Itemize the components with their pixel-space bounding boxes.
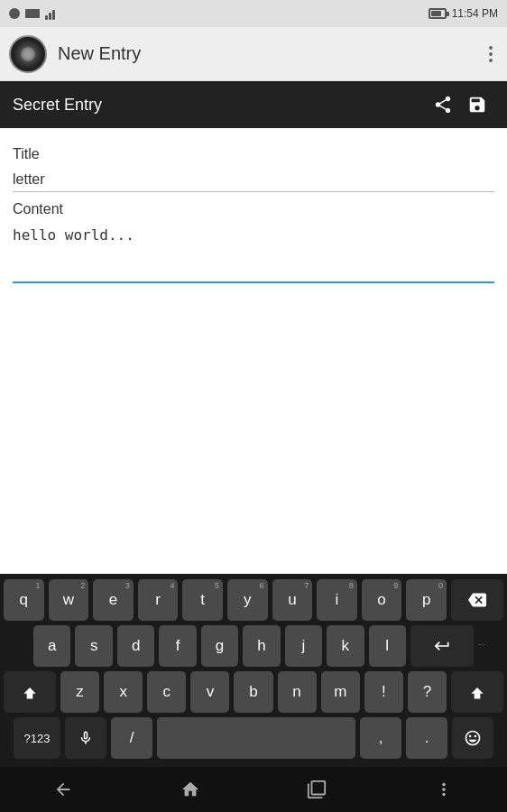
nav-back-icon [53, 780, 73, 799]
overflow-dot-1 [489, 46, 493, 50]
key-p[interactable]: 0p [406, 579, 447, 621]
battery-icon [429, 8, 447, 19]
status-icons-left [9, 8, 55, 20]
key-symbols[interactable]: ?123 [14, 717, 60, 759]
shift-icon-right [468, 683, 486, 701]
overflow-menu-button[interactable] [484, 41, 498, 68]
app-bar-title: New Entry [58, 43, 484, 64]
nav-recents-icon [307, 780, 327, 799]
key-shift-left[interactable] [4, 671, 56, 713]
content-input[interactable]: hello world... [13, 223, 494, 283]
nav-overflow-icon [434, 780, 454, 799]
key-slash[interactable]: / [111, 717, 152, 759]
emoji-icon [464, 729, 482, 747]
key-q[interactable]: 1q [4, 579, 44, 621]
key-b[interactable]: b [234, 671, 272, 713]
nav-home-button[interactable] [162, 772, 218, 807]
bars-icon [45, 8, 55, 20]
key-shift-right[interactable] [451, 671, 503, 713]
title-input[interactable] [13, 168, 494, 192]
keyboard: 1q 2w 3e 4r 5t 6y 7u 8i 9o 0p a s d f g … [0, 574, 507, 767]
key-e[interactable]: 3e [93, 579, 134, 621]
key-r[interactable]: 4r [138, 579, 179, 621]
key-m[interactable]: m [321, 671, 360, 713]
row2-ellipsis: ··· [478, 640, 503, 652]
key-u[interactable]: 7u [272, 579, 313, 621]
save-icon [467, 95, 487, 115]
key-g[interactable]: g [201, 625, 238, 667]
key-z[interactable]: z [60, 671, 99, 713]
key-c[interactable]: c [147, 671, 186, 713]
overflow-dot-3 [489, 59, 493, 62]
action-bar: Secret Entry [0, 81, 507, 128]
key-a[interactable]: a [33, 625, 70, 667]
status-time: 11:54 PM [452, 7, 498, 20]
key-emoji[interactable] [452, 717, 493, 759]
title-label: Title [13, 146, 494, 162]
backspace-icon [468, 591, 486, 609]
key-exclaim[interactable]: ! [364, 671, 403, 713]
key-d[interactable]: d [117, 625, 154, 667]
action-bar-title: Secret Entry [13, 96, 426, 115]
key-f[interactable]: f [159, 625, 196, 667]
key-w[interactable]: 2w [49, 579, 89, 621]
nav-bar [0, 767, 507, 812]
nav-back-button[interactable] [35, 772, 91, 807]
app-icon-inner [21, 47, 35, 61]
status-bar: 11:54 PM [0, 0, 507, 27]
content-label: Content [13, 201, 494, 217]
key-s[interactable]: s [75, 625, 112, 667]
keyboard-row-2: a s d f g h j k l ··· [4, 625, 503, 667]
status-icons-right: 11:54 PM [429, 7, 498, 20]
keyboard-row-3: z x c v b n m ! ? [4, 671, 503, 713]
key-backspace[interactable] [451, 579, 503, 621]
key-x[interactable]: x [104, 671, 143, 713]
key-n[interactable]: n [278, 671, 317, 713]
nav-overflow-button[interactable] [416, 772, 472, 807]
key-v[interactable]: v [190, 671, 229, 713]
keyboard-row-4: ?123 / , . [4, 717, 503, 759]
overflow-dot-2 [489, 52, 493, 56]
key-i[interactable]: 8i [317, 579, 357, 621]
app-icon [9, 35, 47, 73]
key-microphone[interactable] [65, 717, 106, 759]
signal-icon [25, 9, 40, 18]
share-icon [433, 95, 453, 115]
notification-icon [9, 8, 20, 19]
keyboard-row-1: 1q 2w 3e 4r 5t 6y 7u 8i 9o 0p [4, 579, 503, 621]
main-content: Title Content hello world... [0, 128, 507, 296]
shift-icon-left [21, 683, 39, 701]
save-button[interactable] [460, 88, 494, 122]
share-button[interactable] [426, 88, 460, 122]
nav-recents-button[interactable] [289, 772, 345, 807]
enter-icon [433, 637, 451, 655]
key-h[interactable]: h [243, 625, 280, 667]
key-o[interactable]: 9o [362, 579, 402, 621]
nav-home-icon [180, 780, 200, 799]
key-space[interactable] [157, 717, 355, 759]
content-area: Content hello world... [13, 201, 494, 296]
microphone-icon [78, 730, 94, 746]
key-enter[interactable] [410, 625, 474, 667]
key-period[interactable]: . [406, 717, 447, 759]
app-bar: New Entry [0, 27, 507, 81]
key-l[interactable]: l [369, 625, 406, 667]
key-y[interactable]: 6y [227, 579, 268, 621]
key-t[interactable]: 5t [182, 579, 223, 621]
key-question[interactable]: ? [408, 671, 447, 713]
key-comma[interactable]: , [360, 717, 401, 759]
key-k[interactable]: k [327, 625, 364, 667]
key-j[interactable]: j [285, 625, 322, 667]
